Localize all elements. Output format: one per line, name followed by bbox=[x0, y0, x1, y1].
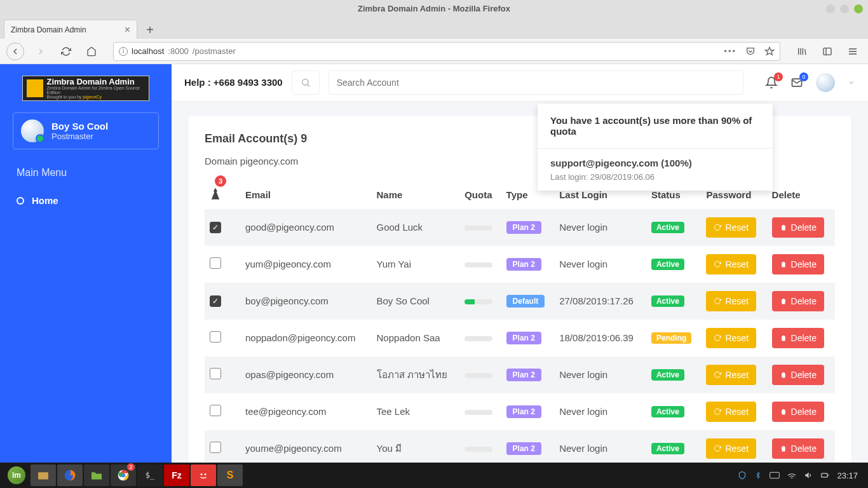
bookmark-icon[interactable] bbox=[764, 46, 775, 57]
sidebar-item-home[interactable]: Home bbox=[0, 189, 172, 212]
mail-icon[interactable]: 0 bbox=[790, 76, 803, 89]
circle-icon bbox=[17, 197, 24, 205]
row-checkbox[interactable] bbox=[210, 257, 221, 269]
col-select: 3 bbox=[205, 180, 240, 209]
reset-button[interactable]: Reset bbox=[706, 291, 756, 311]
cell-lastlogin: 27/08/2019:17.26 bbox=[554, 283, 646, 320]
header-avatar[interactable] bbox=[816, 73, 835, 92]
user-name: Boy So Cool bbox=[51, 121, 108, 132]
cell-name: Noppadon Saa bbox=[372, 320, 460, 356]
battery-icon[interactable] bbox=[820, 471, 829, 480]
tab-close-icon[interactable]: × bbox=[125, 24, 130, 36]
shield-icon[interactable] bbox=[738, 471, 747, 480]
browser-tab[interactable]: Zimbra Domain Admin × bbox=[4, 20, 137, 39]
taskbar-app-icon[interactable] bbox=[191, 464, 216, 486]
cell-lastlogin: Never login bbox=[554, 430, 646, 463]
cell-status: Active bbox=[646, 283, 702, 320]
cell-quota bbox=[459, 393, 501, 430]
row-checkbox[interactable]: ✓ bbox=[210, 222, 221, 233]
logo-icon bbox=[27, 79, 43, 97]
table-row: ✓good@pigeoncy.comGood LuckPlan 2Never l… bbox=[205, 209, 835, 246]
logo-title: Zimbra Domain Admin bbox=[47, 78, 146, 86]
row-checkbox[interactable] bbox=[210, 442, 221, 453]
chevron-down-icon[interactable] bbox=[848, 79, 855, 86]
bell-icon[interactable]: 1 bbox=[765, 76, 778, 89]
pocket-icon[interactable] bbox=[745, 46, 756, 57]
row-checkbox[interactable]: ✓ bbox=[210, 295, 221, 307]
taskbar-firefox-icon[interactable] bbox=[57, 464, 83, 486]
search-icon-button[interactable] bbox=[292, 71, 320, 95]
row-checkbox[interactable] bbox=[210, 405, 221, 416]
window-title: Zimbra Domain Admin - Mozilla Firefox bbox=[358, 4, 510, 13]
user-role: Postmaster bbox=[51, 132, 108, 141]
bluetooth-icon[interactable] bbox=[754, 471, 762, 480]
cell-name: Good Luck bbox=[372, 209, 460, 246]
taskbar-filezilla-icon[interactable]: Fz bbox=[164, 464, 189, 486]
svg-rect-3 bbox=[38, 472, 48, 479]
delete-button[interactable]: Delete bbox=[772, 328, 824, 348]
logo-subtitle: Zimbra Domain Admin for Zimbra Open Sour… bbox=[47, 86, 146, 95]
url-bar[interactable]: i localhost:8000/postmaster ••• bbox=[113, 42, 780, 61]
notification-dropdown: You have 1 account(s) use more than 90% … bbox=[538, 104, 773, 191]
close-icon[interactable] bbox=[854, 4, 863, 13]
cell-email: tee@pigeoncy.com bbox=[240, 393, 372, 430]
delete-button[interactable]: Delete bbox=[772, 365, 824, 385]
delete-button[interactable]: Delete bbox=[772, 438, 824, 459]
main: Help : +668 9493 3300 1 0 bbox=[172, 64, 868, 463]
taskbar-sublime-icon[interactable]: S bbox=[217, 464, 243, 486]
network-icon[interactable] bbox=[787, 471, 796, 480]
menu-icon[interactable] bbox=[844, 43, 862, 60]
library-icon[interactable] bbox=[793, 43, 811, 60]
clock[interactable]: 23:17 bbox=[837, 471, 858, 480]
reset-button[interactable]: Reset bbox=[706, 328, 756, 348]
cell-email: good@pigeoncy.com bbox=[240, 209, 372, 246]
sidebar-icon[interactable] bbox=[818, 43, 836, 60]
reset-button[interactable]: Reset bbox=[706, 254, 756, 274]
back-button[interactable] bbox=[6, 43, 24, 60]
notification-row[interactable]: support@pigeoncy.com (100%) Last login: … bbox=[538, 149, 773, 191]
svg-point-8 bbox=[205, 473, 207, 475]
start-menu-icon[interactable]: lm bbox=[8, 466, 25, 484]
cell-quota bbox=[459, 320, 501, 356]
table-row: ✓boy@pigeoncy.comBoy So CoolDefault27/08… bbox=[205, 283, 835, 320]
menu-heading: Main Menu bbox=[0, 167, 172, 179]
reset-button[interactable]: Reset bbox=[706, 402, 756, 422]
delete-button[interactable]: Delete bbox=[772, 291, 824, 311]
sidebar: Zimbra Domain Admin Zimbra Domain Admin … bbox=[0, 64, 172, 463]
logo-text-wrap: Zimbra Domain Admin Zimbra Domain Admin … bbox=[47, 78, 146, 99]
search-input[interactable] bbox=[329, 71, 743, 95]
svg-rect-10 bbox=[822, 473, 827, 477]
os-taskbar: lm 2 $_ Fz S 23:17 bbox=[0, 463, 868, 488]
cell-status: Active bbox=[646, 356, 702, 393]
forward-button[interactable] bbox=[32, 43, 50, 60]
reset-button[interactable]: Reset bbox=[706, 217, 756, 238]
delete-button[interactable]: Delete bbox=[772, 402, 824, 422]
delete-button[interactable]: Delete bbox=[772, 254, 824, 274]
reload-button[interactable] bbox=[57, 43, 75, 60]
app: Zimbra Domain Admin Zimbra Domain Admin … bbox=[0, 64, 868, 463]
cell-quota bbox=[459, 283, 501, 320]
row-checkbox[interactable] bbox=[210, 368, 221, 379]
col-delete: Delete bbox=[767, 180, 835, 209]
row-checkbox[interactable] bbox=[210, 331, 221, 342]
keyboard-icon[interactable] bbox=[770, 471, 780, 479]
taskbar-nemo-icon[interactable] bbox=[84, 464, 109, 486]
taskbar-files-icon[interactable] bbox=[31, 464, 56, 486]
home-button[interactable] bbox=[83, 43, 100, 60]
minimize-icon[interactable] bbox=[826, 4, 835, 13]
volume-icon[interactable] bbox=[804, 471, 813, 480]
svg-rect-0 bbox=[824, 48, 831, 55]
taskbar-terminal-icon[interactable]: $_ bbox=[137, 464, 163, 486]
taskbar-chrome-icon[interactable]: 2 bbox=[111, 464, 136, 486]
maximize-icon[interactable] bbox=[840, 4, 849, 13]
reset-button[interactable]: Reset bbox=[706, 438, 756, 459]
new-tab-button[interactable]: + bbox=[141, 21, 159, 39]
user-card[interactable]: Boy So Cool Postmaster bbox=[13, 112, 159, 149]
svg-point-7 bbox=[201, 473, 203, 475]
page-actions-icon[interactable]: ••• bbox=[724, 46, 736, 56]
delete-button[interactable]: Delete bbox=[772, 217, 824, 238]
cell-name: Tee Lek bbox=[372, 393, 460, 430]
cell-email: boy@pigeoncy.com bbox=[240, 283, 372, 320]
select-badge: 3 bbox=[215, 175, 226, 187]
reset-button[interactable]: Reset bbox=[706, 365, 756, 385]
